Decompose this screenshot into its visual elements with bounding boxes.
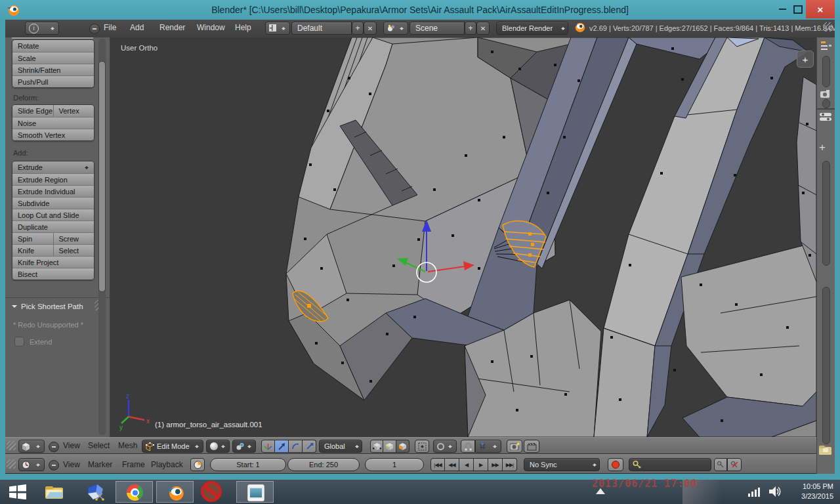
noise-button[interactable]: Noise <box>12 117 94 129</box>
volume-icon[interactable] <box>769 486 782 497</box>
pivot-point-select[interactable] <box>232 440 256 453</box>
translate-manipulator-button[interactable] <box>275 440 289 453</box>
menu-view[interactable]: View <box>63 460 80 469</box>
menu-file[interactable]: File <box>104 23 116 32</box>
edge-select-button[interactable] <box>383 440 396 453</box>
collapse-menus-button[interactable] <box>49 442 59 452</box>
slide-edge-button[interactable]: Slide Edge <box>12 105 53 117</box>
collapse-menus-button[interactable] <box>49 460 59 471</box>
menu-select[interactable]: Select <box>88 441 110 450</box>
file-explorer-icon[interactable] <box>45 484 64 500</box>
viewport-3d[interactable]: z x y User Ortho (1) armor_torso_air_ass… <box>110 37 816 437</box>
start-button[interactable] <box>9 484 26 499</box>
play-button[interactable]: ▶ <box>474 458 488 471</box>
push-pull-button[interactable]: Push/Pull <box>12 75 94 87</box>
knife-project-button[interactable]: Knife Project <box>12 256 94 268</box>
insert-keyframe-button[interactable] <box>714 458 727 471</box>
corner-resize-grip[interactable] <box>7 441 16 450</box>
properties-plus-icon[interactable]: + <box>819 141 826 154</box>
outliner-scroll-thumb[interactable] <box>822 56 830 87</box>
menu-mesh[interactable]: Mesh <box>118 441 137 450</box>
jump-to-end-button[interactable]: ▶▶| <box>503 458 517 471</box>
rotate-button[interactable]: Rotate <box>12 40 94 52</box>
extrude-dropdown[interactable]: Extrude <box>12 161 94 173</box>
tray-expand-icon[interactable] <box>596 488 605 494</box>
blocked-app-icon[interactable] <box>201 481 222 502</box>
scene-icon-button[interactable] <box>383 22 408 35</box>
collapse-menus-button[interactable] <box>89 24 100 34</box>
outliner-icon[interactable] <box>820 41 832 51</box>
taskbar-clock[interactable]: 10:05 PM 3/23/2015 <box>801 482 833 501</box>
screen-layout-field[interactable]: Default <box>291 22 352 35</box>
menu-view[interactable]: View <box>63 441 80 450</box>
opengl-render-image-button[interactable] <box>507 440 522 453</box>
screw-button[interactable]: Screw <box>53 233 94 244</box>
outliner-scroll-end[interactable] <box>822 99 830 108</box>
scale-button[interactable]: Scale <box>12 52 94 64</box>
maximize-button[interactable] <box>790 0 806 18</box>
slide-vertex-button[interactable]: Vertex <box>53 105 94 117</box>
properties-scroll-thumb-2[interactable] <box>822 287 830 444</box>
unlink-scene-button[interactable]: ✕ <box>476 22 490 35</box>
opengl-render-animation-button[interactable] <box>524 440 539 453</box>
add-scene-button[interactable]: + <box>465 22 476 35</box>
menu-window[interactable]: Window <box>197 23 225 32</box>
snap-toggle-button[interactable] <box>461 440 475 453</box>
editor-type-button-info[interactable]: i <box>25 22 59 35</box>
open-properties-region-button[interactable]: + <box>797 51 814 68</box>
menu-help[interactable]: Help <box>235 23 251 32</box>
knife-select-button[interactable]: Select <box>53 245 94 256</box>
remove-layout-button[interactable]: ✕ <box>364 22 377 35</box>
menu-add[interactable]: Add <box>130 23 144 32</box>
loop-cut-button[interactable]: Loop Cut and Slide <box>12 209 94 220</box>
menu-frame[interactable]: Frame <box>122 460 145 469</box>
corner-resize-grip[interactable] <box>7 459 16 469</box>
scene-field[interactable]: Scene <box>410 22 465 35</box>
render-engine-select[interactable]: Blender Render <box>496 22 568 35</box>
transform-orientation-select[interactable]: Global <box>319 440 362 453</box>
toolshelf-scroll-thumb[interactable] <box>98 61 106 292</box>
chrome-taskbar-button[interactable] <box>116 481 153 503</box>
blender-taskbar-button[interactable] <box>156 481 194 503</box>
previous-keyframe-button[interactable]: ◀◀ <box>445 458 459 471</box>
menu-marker[interactable]: Marker <box>88 460 112 469</box>
editor-type-button-timeline[interactable] <box>18 458 45 471</box>
frame-end-field[interactable]: End: 250 <box>287 458 360 471</box>
face-select-button[interactable] <box>396 440 410 453</box>
smooth-vertex-button[interactable]: Smooth Vertex <box>12 129 94 140</box>
mode-select[interactable]: Edit Mode <box>142 440 203 453</box>
snipping-tool-taskbar-button[interactable] <box>236 481 274 503</box>
shrink-fatten-button[interactable]: Shrink/Fatten <box>12 64 94 75</box>
toolshelf-scrollbar[interactable] <box>98 39 106 435</box>
play-reverse-button[interactable]: ◀ <box>459 458 474 471</box>
manipulator-axes-button[interactable] <box>261 440 275 453</box>
jump-to-start-button[interactable]: |◀◀ <box>430 458 445 471</box>
current-frame-field[interactable]: 1 <box>365 458 424 471</box>
duplicate-button[interactable]: Duplicate <box>12 220 94 232</box>
use-preview-range-button[interactable] <box>190 458 205 471</box>
proportional-edit-select[interactable] <box>433 440 457 453</box>
minimize-button[interactable] <box>774 0 790 18</box>
properties-icon[interactable] <box>820 112 833 121</box>
next-keyframe-button[interactable]: ▶▶ <box>488 458 503 471</box>
extrude-region-button[interactable]: Extrude Region <box>12 173 94 185</box>
close-button[interactable]: × <box>806 0 835 18</box>
menu-playback[interactable]: Playback <box>151 460 183 469</box>
snap-element-select[interactable] <box>475 440 501 453</box>
network-signal-icon[interactable] <box>748 486 761 497</box>
extend-checkbox[interactable] <box>14 337 24 346</box>
sync-mode-select[interactable]: No Sync <box>524 458 600 471</box>
frame-start-field[interactable]: Start: 1 <box>210 458 286 471</box>
properties-scroll-thumb[interactable] <box>822 161 830 266</box>
viewport-shading-select[interactable] <box>206 440 230 453</box>
file-output-icon[interactable] <box>819 444 833 455</box>
extend-option[interactable]: Extend <box>14 337 52 346</box>
limit-selection-visible-button[interactable] <box>415 440 429 453</box>
bisect-button[interactable]: Bisect <box>12 268 94 280</box>
extrude-individual-button[interactable]: Extrude Individual <box>12 185 94 197</box>
keying-set-field[interactable] <box>629 458 711 471</box>
scale-manipulator-button[interactable] <box>303 440 316 453</box>
spin-button[interactable]: Spin <box>12 233 53 244</box>
add-layout-button[interactable]: + <box>352 22 364 35</box>
vertex-select-button[interactable] <box>370 440 383 453</box>
